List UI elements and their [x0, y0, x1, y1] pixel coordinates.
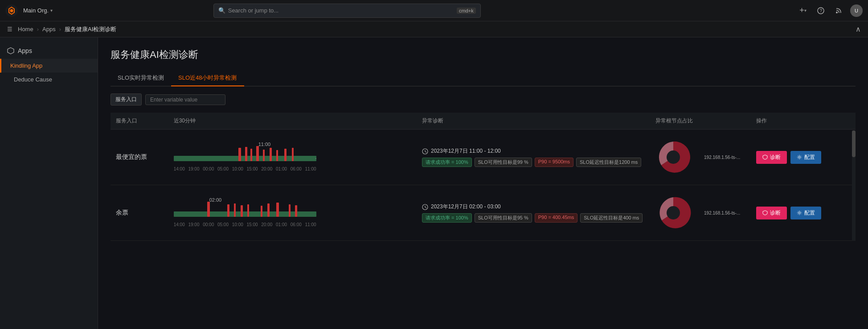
row-2-configure-button[interactable]: 配置 — [790, 207, 821, 219]
row-1-sparkline: 11:00 — [168, 130, 417, 185]
col-root-node: 异常根节点占比 — [650, 113, 751, 130]
add-button[interactable]: + ▾ — [797, 4, 809, 17]
help-button[interactable]: ? — [815, 4, 827, 17]
svg-rect-32 — [289, 204, 291, 217]
row-2-pie: 192.168.1.56-ts-... — [650, 185, 751, 241]
row-2-tag-1: SLO可用性目标是95 % — [475, 213, 532, 223]
gear-icon-1 — [797, 154, 802, 160]
sparkline-2-peak-label: 02:00 — [209, 197, 222, 203]
svg-rect-24 — [207, 202, 210, 217]
sparkline-1: 11:00 — [174, 143, 343, 171]
breadcrumb-sep-1: › — [37, 26, 39, 32]
table-row: 最便宜的票 11:00 — [111, 130, 856, 185]
question-icon: ? — [817, 7, 824, 14]
svg-text:?: ? — [820, 8, 823, 13]
variable-input[interactable] — [145, 94, 225, 105]
plus-icon: + — [799, 6, 804, 15]
topbar: Main Org. ▾ 🔍 Search or jump to... cmd+k… — [0, 0, 868, 21]
org-switcher[interactable]: Main Org. ▾ — [23, 7, 53, 14]
news-button[interactable] — [832, 4, 845, 17]
row-2-action-btns: 诊断 配置 — [756, 207, 850, 219]
main-content: 服务健康AI检测诊断 SLO实时异常检测 SLO近48小时异常检测 服务入口 服… — [98, 37, 868, 329]
tab-slo-48h[interactable]: SLO近48小时异常检测 — [171, 70, 244, 86]
sidebar-item-kindling-app[interactable]: Kindling App — [0, 59, 98, 73]
col-service-entry: 服务入口 — [111, 113, 168, 130]
row-2-tag-2: P90 = 400.45ms — [535, 213, 577, 223]
scrollbar-thumb[interactable] — [852, 130, 856, 157]
row-1-tag-0: 请求成功率 = 100% — [422, 158, 472, 167]
svg-rect-13 — [276, 150, 278, 161]
search-bar: 🔍 Search or jump to... cmd+k — [213, 4, 481, 18]
shield-icon-1 — [762, 154, 768, 160]
tab-bar: SLO实时异常检测 SLO近48小时异常检测 — [111, 70, 856, 86]
clock-icon-2 — [422, 204, 428, 210]
rss-icon — [835, 7, 842, 14]
pie-1-legend: 192.168.1.56-ts-... — [704, 155, 740, 160]
svg-line-37 — [425, 207, 426, 208]
sparkline-1-peak-label: 11:00 — [258, 142, 271, 147]
tab-slo-realtime[interactable]: SLO实时异常检测 — [111, 70, 171, 86]
search-icon: 🔍 — [218, 7, 225, 14]
svg-rect-26 — [234, 203, 236, 217]
svg-rect-14 — [284, 149, 287, 161]
row-1-tag-1: SLO可用性目标是99 % — [475, 158, 532, 167]
breadcrumb-home[interactable]: Home — [18, 26, 33, 32]
sidebar-section-label: Apps — [18, 47, 32, 54]
row-2-name: 余票 — [111, 185, 168, 241]
svg-point-21 — [667, 150, 680, 164]
row-1-diagnose-button[interactable]: 诊断 — [756, 151, 787, 164]
col-anomaly-diag: 异常诊断 — [417, 113, 650, 130]
page-title: 服务健康AI检测诊断 — [111, 48, 856, 61]
search-input-wrapper[interactable]: 🔍 Search or jump to... cmd+k — [213, 4, 481, 18]
svg-rect-29 — [261, 206, 262, 217]
row-1-action-btns: 诊断 配置 — [756, 151, 850, 164]
svg-line-20 — [425, 151, 426, 152]
svg-marker-5 — [8, 48, 14, 54]
grafana-logo — [5, 4, 18, 17]
row-2-tag-0: 请求成功率 = 100% — [422, 213, 472, 223]
pie-svg-2 — [655, 195, 691, 231]
gear-icon-2 — [797, 210, 802, 215]
row-2-diagnose-button[interactable]: 诊断 — [756, 207, 787, 219]
row-2-diag-time: 2023年12月7日 02:00 - 03:00 — [422, 203, 645, 211]
user-avatar[interactable]: U — [850, 4, 863, 17]
shield-icon-2 — [762, 210, 768, 215]
svg-rect-7 — [238, 148, 241, 161]
table-row: 余票 02:00 — [111, 185, 856, 241]
row-1-pie: 192.168.1.56-ts-... — [650, 130, 751, 185]
row-1-tags: 请求成功率 = 100% SLO可用性目标是99 % P90 = 9500ms … — [422, 158, 645, 167]
row-1-name: 最便宜的票 — [111, 130, 168, 185]
row-1-tag-2: P90 = 9500ms — [535, 158, 573, 167]
svg-rect-9 — [250, 149, 252, 161]
breadcrumb-current: 服务健康AI检测诊断 — [65, 25, 116, 33]
collapse-button[interactable]: ∧ — [856, 25, 861, 33]
svg-rect-31 — [276, 203, 279, 217]
row-1-configure-button[interactable]: 配置 — [790, 151, 821, 164]
breadcrumb-apps[interactable]: Apps — [42, 26, 56, 32]
row-1-diag: 2023年12月7日 11:00 - 12:00 请求成功率 = 100% SL… — [417, 130, 650, 185]
breadcrumb-bar: ☰ Home › Apps › 服务健康AI检测诊断 ∧ — [0, 21, 868, 37]
svg-rect-8 — [245, 147, 247, 161]
row-1-actions: 诊断 配置 — [751, 130, 856, 185]
svg-point-4 — [836, 12, 838, 13]
pie-2-legend: 192.168.1.56-ts-... — [704, 211, 740, 215]
shortcut-badge: cmd+k — [457, 8, 476, 14]
sparkline-2-axis: 14:0019:0000:0005:0010:0015:0020:0001:00… — [174, 222, 316, 227]
row-2-sparkline: 02:00 — [168, 185, 417, 241]
layout: Apps Kindling App Deduce Cause 服务健康AI检测诊… — [0, 37, 868, 329]
chevron-down-icon: ▾ — [50, 8, 53, 13]
sidebar-item-deduce-cause[interactable]: Deduce Cause — [0, 73, 98, 86]
sparkline-1-axis: 14:0019:0000:0005:0010:0015:0020:0001:00… — [174, 167, 316, 171]
row-1-diag-time: 2023年12月7日 11:00 - 12:00 — [422, 147, 645, 155]
svg-rect-25 — [227, 204, 229, 217]
col-actions: 操作 — [751, 113, 856, 130]
row-2-diag: 2023年12月7日 02:00 - 03:00 请求成功率 = 100% SL… — [417, 185, 650, 241]
hamburger-icon[interactable]: ☰ — [7, 26, 12, 32]
scroll-area[interactable]: 服务入口 近30分钟 异常诊断 异常根节点占比 操作 最便宜的票 — [111, 113, 856, 241]
svg-rect-15 — [292, 148, 294, 161]
sparkline-2-svg — [174, 199, 316, 221]
svg-rect-30 — [267, 203, 270, 217]
scrollbar-track — [852, 130, 856, 241]
svg-point-1 — [10, 9, 13, 12]
pie-chart-2: 192.168.1.56-ts-... — [655, 191, 718, 235]
